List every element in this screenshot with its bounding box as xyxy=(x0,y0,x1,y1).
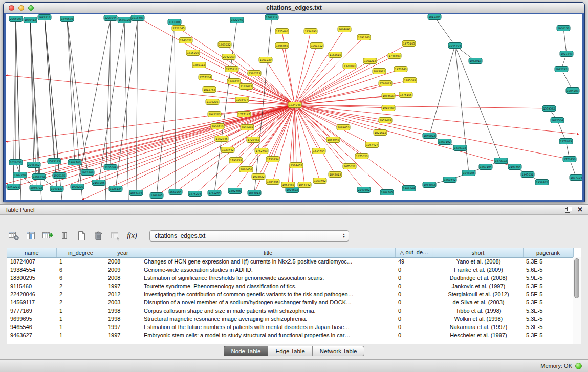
tab-network-table[interactable]: Network Table xyxy=(312,346,365,356)
delete-table-button[interactable] xyxy=(91,229,106,243)
graph-edge xyxy=(292,105,295,190)
graph-edge xyxy=(175,22,176,192)
status-bar: Memory: OK xyxy=(0,359,588,372)
table-cell: 9699695 xyxy=(7,315,56,323)
create-table-button[interactable] xyxy=(74,229,89,243)
table-row[interactable]: 977716911998Corpus callosum shape and si… xyxy=(7,307,573,315)
graph-node-label: 1036412 xyxy=(24,18,36,21)
graph-edge xyxy=(157,22,175,195)
graph-node-label: 2175205 xyxy=(206,100,218,103)
graph-node-label: 1592405 xyxy=(229,189,241,192)
table-cell: de Silva et al. (2003) xyxy=(433,298,523,307)
tab-edge-table[interactable]: Edge Table xyxy=(268,346,312,356)
toggle-columns-button[interactable] xyxy=(23,229,38,243)
network-canvas[interactable]: 2065009103641216928131846570220394415851… xyxy=(6,14,582,200)
table-row[interactable]: 969969511998Structural magnetic resonanc… xyxy=(7,315,573,323)
table-cell: 18300295 xyxy=(7,274,56,282)
graph-node-label: 1915469 xyxy=(382,106,394,110)
graph-node-label: 1679192 xyxy=(495,159,507,162)
graph-node-label: 1675022 xyxy=(343,165,355,168)
graph-node-label: 1226134 xyxy=(110,187,122,190)
graph-node-label: 1514454 xyxy=(313,149,325,152)
graph-node-label: 1675204 xyxy=(189,192,201,195)
table-cell: 2 xyxy=(56,282,105,290)
graph-node-label: 1867192 xyxy=(439,140,450,143)
scrollbar-thumb[interactable] xyxy=(574,258,579,298)
create-column-button[interactable] xyxy=(40,229,55,243)
node-table: namein_degreeyeartitle△ out_de…shortpage… xyxy=(7,248,581,344)
graph-edge xyxy=(136,18,138,193)
graph-node-label: 1679193 xyxy=(454,146,466,149)
graph-node-label: 1254393 xyxy=(304,30,316,33)
float-panel-button[interactable] xyxy=(565,207,572,213)
table-selector[interactable]: citations_edges.txt ▲ ▼ xyxy=(149,230,349,242)
graph-edge xyxy=(434,17,455,46)
table-row[interactable]: 1456911722003Disruption of a novel membe… xyxy=(7,298,573,307)
table-row[interactable]: 911546021997Tourette syndrome. Phenomeno… xyxy=(7,282,573,290)
close-panel-button[interactable]: ✕ xyxy=(577,207,583,213)
table-cell: Nakamura et al. (1997) xyxy=(433,323,523,331)
window-titlebar[interactable]: citations_edges.txt xyxy=(4,3,584,13)
table-header-row: namein_degreeyeartitle△ out_de…shortpage… xyxy=(7,248,573,257)
graph-node-label: 1863022 xyxy=(219,43,230,46)
column-settings-button[interactable] xyxy=(6,229,21,243)
table-row[interactable]: 1872400712008Changes of HCN gene express… xyxy=(7,257,573,266)
table-cell: 2009 xyxy=(105,266,141,274)
column-header-outde[interactable]: △ out_de… xyxy=(395,248,433,257)
graph-edge xyxy=(295,105,343,127)
minimize-window-button[interactable] xyxy=(18,5,24,11)
graph-node-label: 2143022 xyxy=(180,39,191,42)
graph-edge xyxy=(105,18,111,200)
graph-edge xyxy=(254,17,272,193)
graph-node-label: 1559582 xyxy=(543,107,555,110)
function-builder-button[interactable]: f(x) xyxy=(124,229,140,243)
table-cell: 0 xyxy=(395,290,433,298)
graph-edge xyxy=(295,105,549,108)
graph-edge xyxy=(67,19,75,162)
graph-node-label: 1761244 xyxy=(208,191,221,194)
table-cell: Hescheler et al. (1997) xyxy=(433,331,523,339)
table-tabs: Node TableEdge TableNetwork Table xyxy=(0,346,588,356)
close-window-button[interactable] xyxy=(9,5,14,11)
column-header-indegree[interactable]: in_degree xyxy=(56,248,105,257)
graph-node-label: 1900153 xyxy=(557,27,569,30)
graph-node-label: 1696055 xyxy=(276,44,288,47)
table-row[interactable]: 1830029562008Estimation of significance … xyxy=(7,274,573,282)
tab-node-table[interactable]: Node Table xyxy=(224,346,269,356)
table-cell: 2 xyxy=(56,298,105,307)
column-header-year[interactable]: year xyxy=(105,248,141,257)
table-cell: 6 xyxy=(56,266,105,274)
graph-node-label: 1906713 xyxy=(211,125,223,128)
graph-edge xyxy=(295,61,370,105)
table-cell: 9465546 xyxy=(7,323,56,331)
delete-column-button[interactable] xyxy=(57,229,72,243)
table-cell: Dudbridge et al. (2008) xyxy=(433,274,523,282)
graph-node-label: 1812753 xyxy=(203,88,215,91)
graph-node-label: 1962913 xyxy=(469,59,481,62)
table-cell: 1998 xyxy=(105,307,141,315)
column-header-pagerank[interactable]: pagerank xyxy=(523,248,573,257)
graph-node-label: 1664091 xyxy=(338,28,350,31)
column-header-name[interactable]: name xyxy=(7,248,56,257)
table-cell: 0 xyxy=(395,315,433,323)
table-panel-titlebar: Table Panel ✕ xyxy=(0,205,588,215)
graph-edge xyxy=(266,60,295,105)
graph-node-label: 2043921 xyxy=(373,70,385,73)
graph-node-label: 1770450 xyxy=(563,158,575,161)
table-row[interactable]: 946554611997Estimation of the future num… xyxy=(7,323,573,331)
column-header-title[interactable]: title xyxy=(141,248,395,257)
memory-status-label: Memory: OK xyxy=(540,363,572,369)
table-row[interactable]: 1938455462009Genome-wide association stu… xyxy=(7,266,573,274)
new-file-icon xyxy=(77,231,86,241)
table-row[interactable]: 946362711997Embryonic stem cells: a mode… xyxy=(7,331,573,339)
graph-node-label: 2163205 xyxy=(93,181,104,184)
zoom-window-button[interactable] xyxy=(28,5,34,11)
column-header-short[interactable]: short xyxy=(433,248,523,257)
import-table-button[interactable] xyxy=(107,229,123,243)
graph-node-label: 1585125 xyxy=(48,160,60,163)
table-cell: 6 xyxy=(56,274,105,282)
table-scrollbar[interactable] xyxy=(573,257,581,344)
window-title: citations_edges.txt xyxy=(4,4,584,11)
table-cell: 5.3E-5 xyxy=(523,257,573,266)
table-row[interactable]: 2242004622012Investigating the contribut… xyxy=(7,290,573,298)
